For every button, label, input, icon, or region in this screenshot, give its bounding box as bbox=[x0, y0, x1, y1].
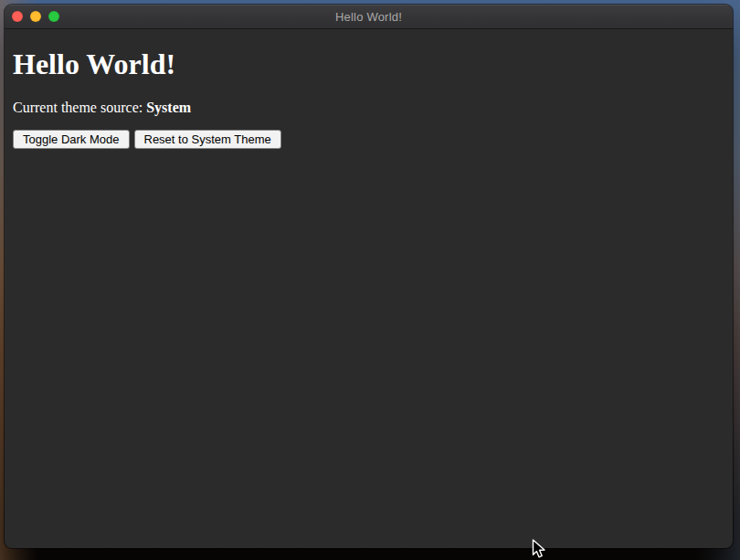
zoom-button[interactable] bbox=[48, 11, 59, 22]
page-title: Hello World! bbox=[13, 48, 724, 80]
theme-source-label: Current theme source: bbox=[13, 100, 146, 115]
button-row: Toggle Dark ModeReset to System Theme bbox=[13, 130, 724, 149]
close-button[interactable] bbox=[12, 11, 23, 22]
toggle-dark-mode-button[interactable]: Toggle Dark Mode bbox=[13, 130, 130, 149]
theme-source-value: System bbox=[146, 100, 191, 115]
reset-system-theme-button[interactable]: Reset to System Theme bbox=[134, 130, 281, 149]
window-content: Hello World! Current theme source: Syste… bbox=[5, 48, 733, 149]
window-title: Hello World! bbox=[335, 10, 402, 24]
theme-source-line: Current theme source: System bbox=[13, 100, 724, 116]
minimize-button[interactable] bbox=[30, 11, 41, 22]
traffic-lights bbox=[12, 11, 59, 22]
desktop-background: { "colors": { "titlebar_bg": "#343436", … bbox=[0, 0, 740, 560]
app-window: Hello World! Hello World! Current theme … bbox=[5, 5, 733, 548]
window-titlebar[interactable]: Hello World! bbox=[5, 5, 733, 29]
